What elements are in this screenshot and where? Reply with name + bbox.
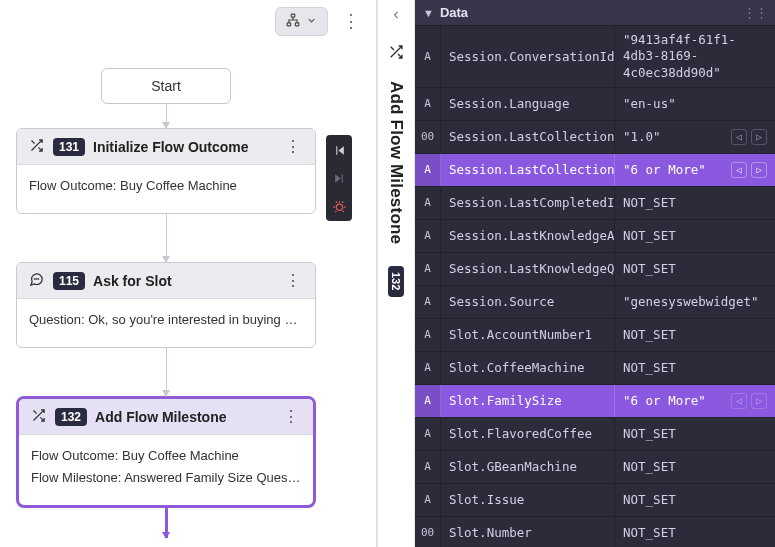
data-type-cell: A bbox=[415, 418, 441, 450]
data-type-cell: A bbox=[415, 154, 441, 186]
flow-node-body-line: Flow Outcome: Buy Coffee Machine bbox=[31, 445, 301, 467]
data-value-text: en-us bbox=[623, 96, 767, 112]
caret-down-icon: ▼ bbox=[423, 7, 434, 19]
flow-node-title: Initialize Flow Outcome bbox=[93, 139, 273, 155]
data-row[interactable]: ASession.LastCollectionU…6 or More◁▷ bbox=[415, 154, 775, 187]
data-row[interactable]: ASlot.IssueNOT_SET bbox=[415, 484, 775, 517]
flow-connector bbox=[166, 348, 167, 396]
data-row[interactable]: ASlot.FamilySize6 or More◁▷ bbox=[415, 385, 775, 418]
data-value-text: NOT_SET bbox=[623, 360, 767, 376]
data-key-cell: Session.ConversationId bbox=[441, 26, 615, 87]
value-nav-arrows[interactable]: ◁▷ bbox=[731, 129, 767, 145]
inspector-rail: Add Flow Milestone 132 bbox=[377, 0, 415, 547]
next-arrow-icon[interactable]: ▷ bbox=[751, 129, 767, 145]
svg-rect-1 bbox=[287, 22, 291, 25]
flow-node-title: Ask for Slot bbox=[93, 273, 273, 289]
value-nav-arrows[interactable]: ◁▷ bbox=[731, 393, 767, 409]
flow-node-132[interactable]: 132Add Flow Milestone⋮Flow Outcome: Buy … bbox=[16, 396, 316, 508]
data-key-cell: Session.LastKnowledgeAn… bbox=[441, 220, 615, 252]
data-value-text: NOT_SET bbox=[623, 525, 767, 541]
flow-connector bbox=[166, 214, 167, 262]
data-row[interactable]: ASession.ConversationId9413af4f-61f1-4db… bbox=[415, 26, 775, 88]
data-value-cell: NOT_SET bbox=[615, 453, 775, 481]
data-key-cell: Session.LastCompletedIn… bbox=[441, 187, 615, 219]
flow-node-131[interactable]: 131Initialize Flow Outcome⋮Flow Outcome:… bbox=[16, 128, 316, 214]
step-forward-button[interactable] bbox=[330, 169, 348, 187]
value-nav-arrows[interactable]: ◁▷ bbox=[731, 162, 767, 178]
start-node[interactable]: Start bbox=[101, 68, 231, 104]
data-row[interactable]: ASession.LastCompletedIn…NOT_SET bbox=[415, 187, 775, 220]
data-row[interactable]: 00Slot.NumberNOT_SET bbox=[415, 517, 775, 547]
data-value-text: 1.0 bbox=[623, 129, 725, 145]
data-type-cell: 00 bbox=[415, 517, 441, 547]
flow-canvas[interactable]: ⋮ Start 131Initialize Flow Outcome⋮Flow … bbox=[0, 0, 377, 547]
flow-node-menu-button[interactable]: ⋮ bbox=[281, 271, 305, 290]
data-panel-title: Data bbox=[440, 5, 468, 20]
step-back-button[interactable] bbox=[330, 141, 348, 159]
data-value-cell: 6 or More◁▷ bbox=[615, 387, 775, 415]
prev-arrow-icon[interactable]: ◁ bbox=[731, 129, 747, 145]
data-key-cell: Slot.GBeanMachine bbox=[441, 451, 615, 483]
data-type-cell: A bbox=[415, 253, 441, 285]
prev-arrow-icon[interactable]: ◁ bbox=[731, 393, 747, 409]
view-mode-dropdown[interactable] bbox=[275, 7, 328, 36]
inspector-title: Add Flow Milestone bbox=[386, 81, 406, 244]
data-key-cell: Slot.AccountNumber1 bbox=[441, 319, 615, 351]
flow-node-title: Add Flow Milestone bbox=[95, 409, 271, 425]
data-value-text: 6 or More bbox=[623, 393, 725, 409]
flow-node-menu-button[interactable]: ⋮ bbox=[279, 407, 303, 426]
data-key-cell: Session.Language bbox=[441, 88, 615, 120]
data-value-cell: en-us bbox=[615, 90, 775, 118]
grip-icon[interactable]: ⋮⋮ bbox=[743, 5, 767, 20]
flow-node-menu-button[interactable]: ⋮ bbox=[281, 137, 305, 156]
chevron-down-icon bbox=[306, 14, 317, 29]
svg-rect-0 bbox=[291, 14, 295, 17]
svg-point-5 bbox=[38, 278, 39, 279]
shuffle-icon bbox=[29, 408, 47, 426]
sitemap-icon bbox=[286, 13, 300, 30]
flow-node-id-badge: 132 bbox=[55, 408, 87, 426]
next-arrow-icon[interactable]: ▷ bbox=[751, 393, 767, 409]
data-type-cell: A bbox=[415, 220, 441, 252]
flow-node-body: Question: Ok, so you're interested in bu… bbox=[17, 299, 315, 347]
data-row[interactable]: ASlot.GBeanMachineNOT_SET bbox=[415, 451, 775, 484]
data-type-cell: A bbox=[415, 88, 441, 120]
data-value-text: genesyswebwidget bbox=[623, 294, 767, 310]
data-value-cell: NOT_SET bbox=[615, 189, 775, 217]
data-key-cell: Session.Source bbox=[441, 286, 615, 318]
chat-icon bbox=[27, 272, 45, 290]
next-arrow-icon[interactable]: ▷ bbox=[751, 162, 767, 178]
data-key-cell: Slot.Number bbox=[441, 517, 615, 547]
data-type-cell: 00 bbox=[415, 121, 441, 153]
data-key-cell: Session.LastCollectionC… bbox=[441, 121, 615, 153]
canvas-more-button[interactable]: ⋮ bbox=[336, 6, 366, 36]
flow-node-body: Flow Outcome: Buy Coffee MachineFlow Mil… bbox=[19, 435, 313, 505]
flow-node-body: Flow Outcome: Buy Coffee Machine bbox=[17, 165, 315, 213]
data-value-text: 9413af4f-61f1-4db3-8169-4c0ec38dd90d bbox=[623, 32, 767, 81]
prev-arrow-icon[interactable]: ◁ bbox=[731, 162, 747, 178]
bug-icon[interactable] bbox=[330, 197, 348, 215]
data-type-cell: A bbox=[415, 484, 441, 516]
data-row[interactable]: ASession.Languageen-us bbox=[415, 88, 775, 121]
data-row[interactable]: ASession.LastKnowledgeAn…NOT_SET bbox=[415, 220, 775, 253]
data-value-text: NOT_SET bbox=[623, 492, 767, 508]
flow-node-header: 115Ask for Slot⋮ bbox=[17, 263, 315, 299]
data-key-cell: Session.LastCollectionU… bbox=[441, 154, 615, 186]
data-row[interactable]: ASlot.AccountNumber1NOT_SET bbox=[415, 319, 775, 352]
collapse-inspector-button[interactable] bbox=[390, 8, 402, 24]
data-type-cell: A bbox=[415, 451, 441, 483]
data-row[interactable]: ASession.LastKnowledgeQu…NOT_SET bbox=[415, 253, 775, 286]
data-value-text: NOT_SET bbox=[623, 327, 767, 343]
data-type-cell: A bbox=[415, 319, 441, 351]
data-row[interactable]: ASlot.CoffeeMachineNOT_SET bbox=[415, 352, 775, 385]
flow-node-body-line: Question: Ok, so you're interested in bu… bbox=[29, 309, 303, 331]
inspector-node-id: 132 bbox=[388, 266, 404, 296]
data-rows: ASession.ConversationId9413af4f-61f1-4db… bbox=[415, 26, 775, 547]
data-row[interactable]: ASession.Sourcegenesyswebwidget bbox=[415, 286, 775, 319]
data-row[interactable]: 00Session.LastCollectionC…1.0◁▷ bbox=[415, 121, 775, 154]
data-panel-header[interactable]: ▼ Data ⋮⋮ bbox=[415, 0, 775, 26]
data-key-cell: Slot.CoffeeMachine bbox=[441, 352, 615, 384]
data-row[interactable]: ASlot.FlavoredCoffeeNOT_SET bbox=[415, 418, 775, 451]
flow-node-115[interactable]: 115Ask for Slot⋮Question: Ok, so you're … bbox=[16, 262, 316, 348]
data-key-cell: Slot.Issue bbox=[441, 484, 615, 516]
